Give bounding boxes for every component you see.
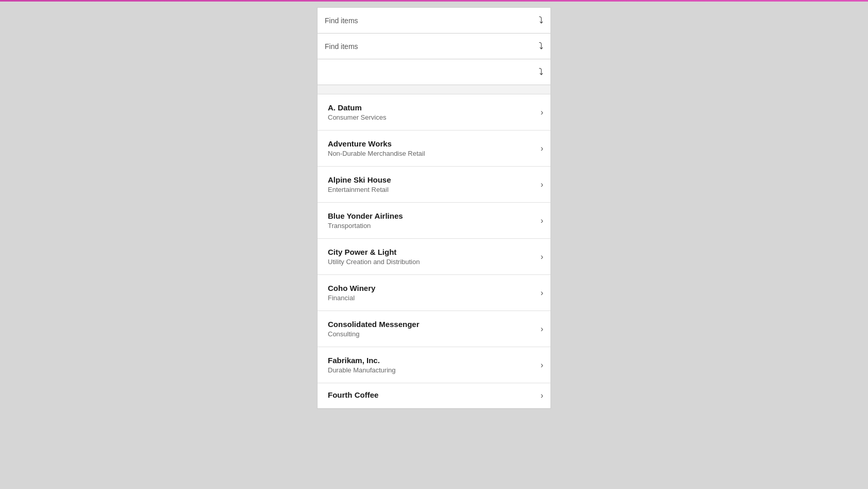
list-item-alpine-ski-house-subtitle: Entertainment Retail [328, 186, 536, 193]
list-item-city-power-light-name: City Power & Light [328, 248, 536, 256]
list-item-blue-yonder-airlines-name: Blue Yonder Airlines [328, 211, 536, 220]
list-item-blue-yonder-airlines-content: Blue Yonder Airlines Transportation [328, 211, 536, 230]
list-item-adventure-works-content: Adventure Works Non-Durable Merchandise … [328, 139, 536, 157]
list-item-a-datum-chevron: › [541, 108, 543, 117]
filter-row-1[interactable]: Find items ⤵ [318, 8, 550, 34]
list-item-consolidated-messenger[interactable]: Consolidated Messenger Consulting › [318, 311, 550, 347]
list-item-coho-winery-content: Coho Winery Financial [328, 284, 536, 302]
filter-row-3[interactable]: ⤵ [318, 59, 550, 85]
filter-label-1: Find items [325, 17, 358, 25]
list-item-fourth-coffee-content: Fourth Coffee [328, 390, 536, 401]
list-item-fabrikam-inc[interactable]: Fabrikam, Inc. Durable Manufacturing › [318, 347, 550, 383]
list-item-city-power-light-chevron: › [541, 252, 543, 262]
list-item-coho-winery-name: Coho Winery [328, 284, 536, 292]
list-item-a-datum-content: A. Datum Consumer Services [328, 103, 536, 121]
list-item-fourth-coffee-chevron: › [541, 391, 543, 400]
list-item-adventure-works-chevron: › [541, 144, 543, 153]
list-item-blue-yonder-airlines-subtitle: Transportation [328, 222, 536, 230]
list-item-adventure-works-name: Adventure Works [328, 139, 536, 148]
filter-chevron-2: ⤵ [539, 41, 543, 52]
list-item-coho-winery-chevron: › [541, 288, 543, 298]
list-item-fabrikam-inc-name: Fabrikam, Inc. [328, 356, 536, 365]
filter-label-2: Find items [325, 42, 358, 51]
list-item-alpine-ski-house-content: Alpine Ski House Entertainment Retail [328, 175, 536, 193]
filter-chevron-3: ⤵ [539, 67, 543, 77]
list-item-alpine-ski-house[interactable]: Alpine Ski House Entertainment Retail › [318, 167, 550, 203]
list-item-city-power-light[interactable]: City Power & Light Utility Creation and … [318, 239, 550, 275]
list-item-adventure-works[interactable]: Adventure Works Non-Durable Merchandise … [318, 131, 550, 167]
list-item-fourth-coffee-name: Fourth Coffee [328, 390, 536, 399]
list-item-alpine-ski-house-name: Alpine Ski House [328, 175, 536, 184]
filter-chevron-1: ⤵ [539, 15, 543, 26]
list-item-city-power-light-subtitle: Utility Creation and Distribution [328, 258, 536, 266]
list-item-alpine-ski-house-chevron: › [541, 180, 543, 189]
progress-bar [0, 0, 868, 2]
list-item-a-datum-name: A. Datum [328, 103, 536, 112]
list-item-consolidated-messenger-content: Consolidated Messenger Consulting [328, 320, 536, 338]
filter-row-2[interactable]: Find items ⤵ [318, 34, 550, 59]
list-item-consolidated-messenger-subtitle: Consulting [328, 330, 536, 338]
accounts-list: A. Datum Consumer Services › Adventure W… [318, 94, 550, 409]
main-panel: Find items ⤵ Find items ⤵ ⤵ A. Datum Con… [317, 7, 551, 409]
list-item-blue-yonder-airlines[interactable]: Blue Yonder Airlines Transportation › [318, 203, 550, 239]
list-item-coho-winery[interactable]: Coho Winery Financial › [318, 275, 550, 311]
spacer [318, 85, 550, 94]
list-item-fabrikam-inc-chevron: › [541, 361, 543, 370]
list-item-city-power-light-content: City Power & Light Utility Creation and … [328, 248, 536, 266]
list-item-blue-yonder-airlines-chevron: › [541, 216, 543, 225]
list-item-a-datum[interactable]: A. Datum Consumer Services › [318, 94, 550, 131]
list-item-a-datum-subtitle: Consumer Services [328, 113, 536, 121]
list-item-coho-winery-subtitle: Financial [328, 294, 536, 302]
list-item-consolidated-messenger-name: Consolidated Messenger [328, 320, 536, 329]
list-item-fabrikam-inc-subtitle: Durable Manufacturing [328, 366, 536, 374]
list-item-fabrikam-inc-content: Fabrikam, Inc. Durable Manufacturing [328, 356, 536, 374]
list-item-adventure-works-subtitle: Non-Durable Merchandise Retail [328, 150, 536, 157]
list-item-consolidated-messenger-chevron: › [541, 324, 543, 334]
list-item-fourth-coffee[interactable]: Fourth Coffee › [318, 383, 550, 409]
